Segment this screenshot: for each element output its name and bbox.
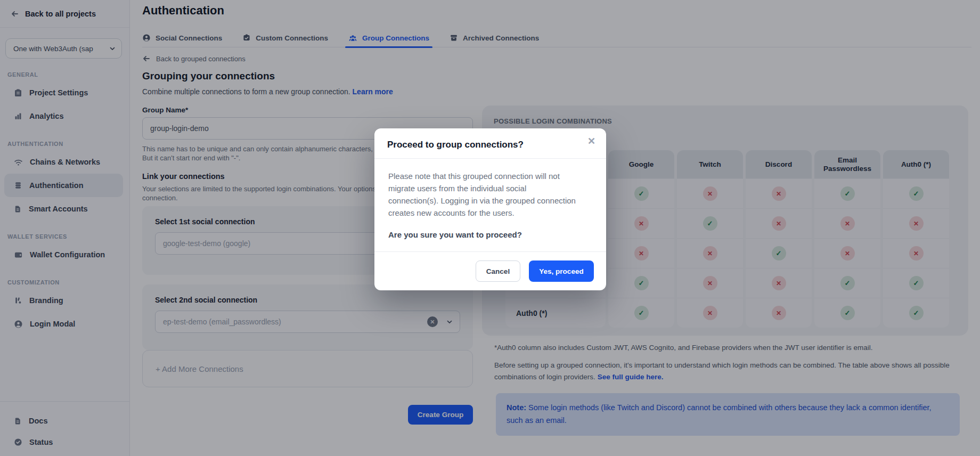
proceed-confirmation-modal: Proceed to group connections? ✕ Please n… [374,128,606,290]
modal-body-text: Please note that this grouped connection… [388,170,578,219]
modal-question: Are you sure you want to proceed? [388,230,592,239]
yes-proceed-button[interactable]: Yes, proceed [529,260,594,282]
app-window: Back to all projects One with Web3Auth (… [0,0,980,456]
modal-body: Please note that this grouped connection… [374,159,606,239]
modal-footer: Cancel Yes, proceed [374,251,606,290]
close-icon[interactable]: ✕ [587,136,595,146]
modal-header: Proceed to group connections? ✕ [374,128,606,159]
cancel-button[interactable]: Cancel [476,260,520,282]
modal-title: Proceed to group connections? [387,140,524,150]
